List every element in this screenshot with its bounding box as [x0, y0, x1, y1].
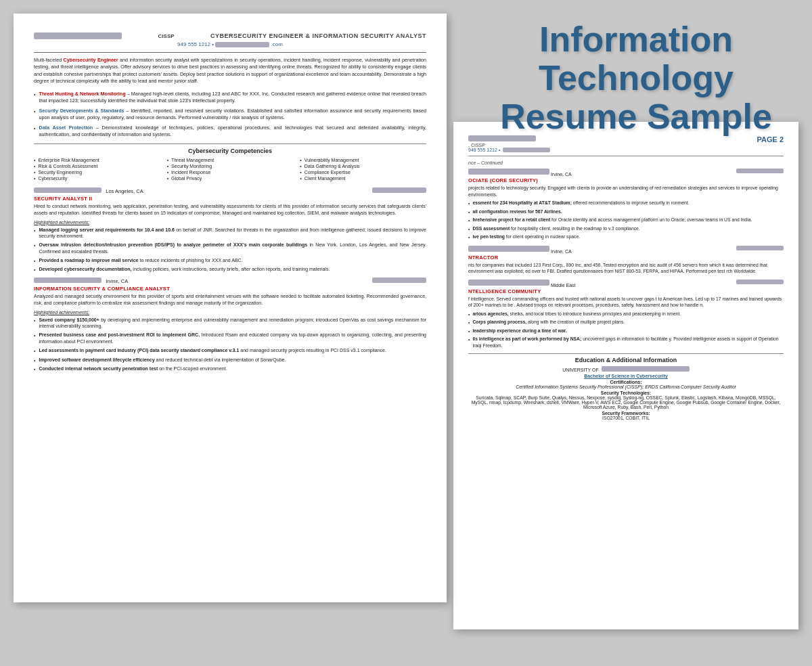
comp-item: •Global Privacy: [167, 176, 294, 181]
p2-job3-title: NTELLIGENCE COMMUNITY: [468, 288, 784, 294]
page2-left-header: , CISSP 949 555 1212 •: [468, 135, 550, 152]
p2-job1-title: OCIATE (CORE SECURITY): [468, 177, 784, 183]
job1-block: Los Angeles, CA SECURITY ANALYST II Hire…: [34, 187, 426, 273]
bullet-dot: •: [34, 125, 36, 138]
job2-achievements-label: Highlighted achievements:: [34, 310, 426, 315]
bullet-text-3: Data Asset Protection – Demonstrated kno…: [39, 125, 426, 138]
job2-desc: Analyzed and managed security environmen…: [34, 293, 426, 307]
degree-text: Bachelor of Science in Cybersecurity: [584, 374, 668, 378]
bullet-dot: •: [34, 108, 36, 121]
page2-number: PAGE 2: [757, 135, 784, 143]
bullet-text-2: Security Developments & Standards – Iden…: [39, 108, 426, 121]
job1-title: SECURITY ANALYST II: [34, 196, 426, 202]
security-tech-block: Security Technologies: Suricata, Sqlmap,…: [468, 391, 784, 409]
p2-job2-desc: nts for companies that included 123 Firs…: [468, 262, 784, 275]
university-text: UNIVERSITY OF: [562, 368, 599, 372]
job1-dates-blurred: [372, 187, 426, 193]
job2-block: Irvine, CA INFORMATION SECURITY & COMPLI…: [34, 278, 426, 373]
p2-job1-dates-blurred: [736, 169, 784, 173]
title-line2: Resume Sample: [500, 97, 772, 136]
bullet-item-1: • Threat Hunting & Network Monitoring – …: [34, 91, 426, 104]
bullet-text-1: Threat Hunting & Network Monitoring – Ma…: [39, 91, 426, 104]
p2-job1-ach1: •essment for 234 Hospitality at AT&T Sta…: [468, 200, 784, 207]
comp-col-2: •Threat Management •Security Monitoring …: [167, 158, 294, 182]
p2-job3-block: Middle East NTELLIGENCE COMMUNITY f inte…: [468, 280, 784, 349]
page2-continued: nce – Continued: [468, 160, 784, 165]
job2-achievement-1: • Saved company $150,000+ by developing …: [34, 317, 426, 330]
security-frameworks-block: Security Frameworks: ISO27001, COBIT, IT…: [468, 411, 784, 420]
job1-achievement-2: • Oversaw intrusion detection/intrusion …: [34, 242, 426, 255]
job1-header: Los Angeles, CA: [34, 187, 426, 194]
p2-job2-dates-blurred: [736, 246, 784, 250]
cert-label: Certifications:: [610, 380, 641, 384]
p2-job2-block: Irvine, CA NTRACTOR nts for companies th…: [468, 246, 784, 275]
p2-job2-title: NTRACTOR: [468, 254, 784, 261]
resume-page1: CISSP CYBERSECURITY ENGINEER & INFORMATI…: [14, 14, 447, 602]
page1-summary: Multi-faceted Cybersecurity Engineer and…: [34, 57, 426, 85]
bullet-item-3: • Data Asset Protection – Demonstrated k…: [34, 125, 426, 138]
job2-achievement-4: • Improved software development lifecycl…: [34, 357, 426, 364]
page1-job-title: CYBERSECURITY ENGINEER & INFORMATION SEC…: [210, 32, 426, 39]
p2-job3-company-blurred: [468, 280, 549, 286]
p2-job3-ach4: •ils intelligence as part of work perfor…: [468, 336, 784, 349]
p2-job1-location: Irvine, CA: [468, 169, 784, 177]
comp-item: •Cybersecurity: [34, 176, 160, 181]
comp-item: •Data Gathering & Analysis: [300, 164, 426, 169]
p2-job1-ach4: •DSS assessment for hospitality client, …: [468, 225, 784, 233]
p2-job2-company-blurred: [468, 246, 549, 252]
cert-text: Certified Information Systems Security P…: [516, 384, 736, 389]
p2-job1-block: Irvine, CA OCIATE (CORE SECURITY) projec…: [468, 169, 784, 241]
competencies-grid: •Enterprise Risk Management •Risk & Cont…: [34, 158, 426, 182]
job2-location-row: Irvine, CA: [34, 278, 128, 284]
comp-item: •Enterprise Risk Management: [34, 158, 160, 162]
comp-item: •Threat Management: [167, 158, 294, 162]
job1-company-blurred: [34, 187, 102, 193]
job1-achievement-1: • Managed logging server and requirement…: [34, 227, 426, 240]
page2-contact: 949 555 1212 •: [468, 148, 550, 152]
page1-contact: 949 555 1212 • .com: [34, 41, 426, 47]
page1-phone: 949 555 1212 •: [177, 41, 214, 47]
p2-job3-ach2: •Corps planning process, along with the …: [468, 319, 784, 326]
job2-dates-blurred: [372, 278, 426, 283]
page1-email-suffix: .com: [271, 41, 283, 47]
page1-name-bar: CISSP CYBERSECURITY ENGINEER & INFORMATI…: [34, 32, 426, 39]
comp-item: •Risk & Controls Assessment: [34, 164, 160, 169]
page1-bullets: • Threat Hunting & Network Monitoring – …: [34, 91, 426, 138]
title-area: Information Technology Resume Sample: [474, 20, 798, 137]
p2-job3-desc: f intelligence. Served commanding office…: [468, 296, 784, 309]
page2-cissp: , CISSP: [468, 143, 485, 148]
page-container: Information Technology Resume Sample CIS…: [0, 0, 812, 666]
security-tech-label: Security Technologies:: [601, 391, 651, 395]
comp-col-3: •Vulnerability Management •Data Gatherin…: [300, 158, 426, 182]
p2-job3-location: Middle East: [468, 280, 784, 288]
resume-page2: , CISSP 949 555 1212 • PAGE 2 nce – Cont…: [453, 122, 798, 629]
page-title: Information Technology Resume Sample: [474, 20, 798, 137]
comp-col-1: •Enterprise Risk Management •Risk & Cont…: [34, 158, 160, 182]
university-name-blurred: [602, 366, 690, 372]
page2-phone: 949 555 1212 •: [468, 148, 500, 152]
p2-job1-ach2: •all configuration reviews for 567 Airli…: [468, 208, 784, 216]
education-heading: Education & Additional Information: [468, 353, 784, 363]
job1-achievements-label: Highlighted achievements:: [34, 220, 426, 225]
title-line1: Information Technology: [539, 20, 734, 97]
job2-company-blurred: [34, 278, 102, 283]
p2-job3-ach3: •leadership experience during a time of …: [468, 328, 784, 335]
job2-title: INFORMATION SECURITY & COMPLIANCE ANALYS…: [34, 286, 426, 292]
security-frameworks-text: ISO27001, COBIT, ITIL: [602, 416, 650, 420]
certifications-block: Certifications: Certified Information Sy…: [468, 380, 784, 389]
job1-achievement-4: • Developed cybersecurity documentation,…: [34, 266, 426, 273]
job1-achievement-3: • Provided a roadmap to improve mail ser…: [34, 257, 426, 265]
job2-achievement-3: • Led assessments in payment card indust…: [34, 347, 426, 355]
bullet-item-2: • Security Developments & Standards – Id…: [34, 108, 426, 121]
p2-job1-ach3: •hrehensive project for a retail client …: [468, 217, 784, 224]
bullet-dot: •: [34, 91, 36, 104]
security-frameworks-label: Security Frameworks:: [602, 411, 650, 416]
comp-item: •Security Monitoring: [167, 164, 294, 169]
job1-desc: Hired to conduct network monitoring, web…: [34, 203, 426, 217]
p2-job3-dates-blurred: [736, 280, 784, 284]
p2-job1-company-blurred: [468, 169, 549, 175]
p2-job1-desc: projects related to technology security.…: [468, 185, 784, 198]
p2-job3-ach1: •arious agencies, sheiks, and local trib…: [468, 311, 784, 318]
page1-name-blurred: [34, 32, 122, 39]
job2-achievement-2: • Presented business case and post-inves…: [34, 332, 426, 345]
